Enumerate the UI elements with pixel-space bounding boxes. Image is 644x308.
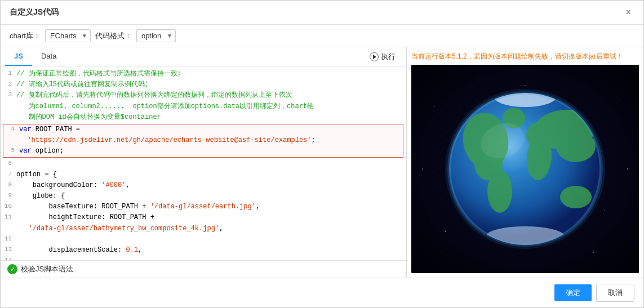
footer: 确定 取消 xyxy=(1,278,643,307)
line-content-3: // 复制完代码后，请先将代码中的数据列替换为绑定的数据列，绑定的数据列从上至下… xyxy=(16,90,406,123)
right-panel: 当前运行版本5.1.2，若因为版本问题绘制失败，请切换版本jar后重试！ xyxy=(407,47,643,278)
line-num-2: 2 xyxy=(1,79,16,90)
check-icon: ✓ xyxy=(7,264,17,274)
line-num-1: 1 xyxy=(1,69,16,79)
chart-lib-label: chart库： xyxy=(10,31,41,41)
tab-data[interactable]: Data xyxy=(32,47,65,66)
chart-lib-select-wrapper: ECharts ▼ xyxy=(45,29,91,42)
line-num-5: 5 xyxy=(3,146,19,156)
code-format-select-wrapper: option ▼ xyxy=(136,29,176,42)
notice-text: 当前运行版本5.1.2，若因为版本问题绘制失败，请切换版本jar后重试！ xyxy=(411,52,639,61)
line-content-8: backgroundColor: '#000', xyxy=(16,180,406,191)
toolbar: chart库： ECharts ▼ 代码格式： option ▼ xyxy=(1,25,643,47)
code-line-14: 14 xyxy=(1,256,406,260)
confirm-button[interactable]: 确定 xyxy=(554,284,592,301)
play-icon xyxy=(370,52,379,61)
line-content-6 xyxy=(16,159,406,169)
line-content-12 xyxy=(16,234,406,245)
code-format-label: 代码格式： xyxy=(95,31,132,41)
line-num-9: 9 xyxy=(1,191,16,201)
line-num-14: 14 xyxy=(1,256,16,260)
line-num-6: 6 xyxy=(1,159,16,169)
custom-js-dialog: 自定义JS代码 × chart库： ECharts ▼ 代码格式： option… xyxy=(0,0,644,308)
line-num-7: 7 xyxy=(1,169,16,180)
left-panel: JS Data 执行 1 // 为保证正常绘图，代码格式与所选格式需保持一致; … xyxy=(1,47,406,278)
code-line-7: 7 option = { xyxy=(1,169,406,180)
line-num-11: 11 xyxy=(1,212,16,222)
line-content-4: var ROOT_PATH = 'https://cdn.jsdelivr.ne… xyxy=(19,124,403,146)
line-content-1: // 为保证正常绘图，代码格式与所选格式需保持一致; xyxy=(16,69,406,79)
line-content-10: baseTexture: ROOT_PATH + '/data-gl/asset… xyxy=(16,202,406,212)
title-bar: 自定义JS代码 × xyxy=(1,1,643,25)
code-line-6: 6 xyxy=(1,159,406,169)
chart-lib-select[interactable]: ECharts xyxy=(45,29,91,42)
validate-label: 校验JS脚本语法 xyxy=(21,264,73,274)
svg-point-10 xyxy=(487,170,512,213)
line-content-9: globe: { xyxy=(16,191,406,202)
main-content: JS Data 执行 1 // 为保证正常绘图，代码格式与所选格式需保持一致; … xyxy=(1,47,643,278)
line-num-13: 13 xyxy=(1,245,16,255)
code-editor[interactable]: 1 // 为保证正常绘图，代码格式与所选格式需保持一致; 2 // 请输入JS代… xyxy=(1,66,406,260)
execute-label: 执行 xyxy=(381,52,396,62)
code-line-13: 13 displacementScale: 0.1, xyxy=(1,245,406,256)
code-line-4: 4 var ROOT_PATH = 'https://cdn.jsdelivr.… xyxy=(3,124,403,146)
code-line-10: 10 baseTexture: ROOT_PATH + '/data-gl/as… xyxy=(1,202,406,212)
code-line-1: 1 // 为保证正常绘图，代码格式与所选格式需保持一致; xyxy=(1,69,406,79)
code-line-9: 9 globe: { xyxy=(1,191,406,202)
bottom-bar: ✓ 校验JS脚本语法 xyxy=(1,260,406,278)
line-num-4: 4 xyxy=(3,124,19,135)
code-format-select[interactable]: option xyxy=(136,29,176,42)
line-num-10: 10 xyxy=(1,202,16,212)
line-content-7: option = { xyxy=(16,169,406,180)
tabs-bar: JS Data 执行 xyxy=(1,47,406,66)
line-num-8: 8 xyxy=(1,180,16,190)
dialog-title: 自定义JS代码 xyxy=(10,7,59,17)
code-line-2: 2 // 请输入JS代码或前往官网复制示例代码; xyxy=(1,79,406,90)
line-content-13: displacementScale: 0.1, xyxy=(16,245,406,256)
tab-js[interactable]: JS xyxy=(5,47,32,66)
cancel-button[interactable]: 取消 xyxy=(596,284,634,302)
code-line-5: 5 var option; xyxy=(3,146,403,157)
line-content-14 xyxy=(16,256,406,260)
line-content-11: heightTexture: ROOT_PATH + '/data-gl/ass… xyxy=(16,212,406,234)
execute-button[interactable]: 执行 xyxy=(364,50,401,64)
tab-group: JS Data xyxy=(5,47,65,66)
svg-point-8 xyxy=(556,131,596,162)
line-content-5: var option; xyxy=(19,146,403,157)
line-content-2: // 请输入JS代码或前往官网复制示例代码; xyxy=(16,79,406,90)
code-line-12: 12 xyxy=(1,234,406,245)
line-num-3: 3 xyxy=(1,90,16,100)
code-line-11: 11 heightTexture: ROOT_PATH + '/data-gl/… xyxy=(1,212,406,234)
code-line-3: 3 // 复制完代码后，请先将代码中的数据列替换为绑定的数据列，绑定的数据列从上… xyxy=(1,90,406,123)
svg-point-9 xyxy=(560,186,592,208)
close-button[interactable]: × xyxy=(623,6,634,19)
earth-container xyxy=(411,65,639,273)
chart-preview xyxy=(411,65,639,273)
line-num-12: 12 xyxy=(1,234,16,244)
code-line-8: 8 backgroundColor: '#000', xyxy=(1,180,406,191)
earth-globe xyxy=(441,84,610,253)
